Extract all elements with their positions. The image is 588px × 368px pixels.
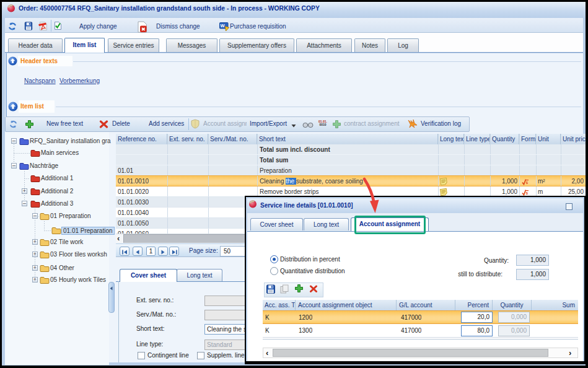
svg-text:s: s <box>526 191 529 195</box>
svg-text:W: W <box>221 23 226 28</box>
svg-text:s: s <box>526 180 529 185</box>
